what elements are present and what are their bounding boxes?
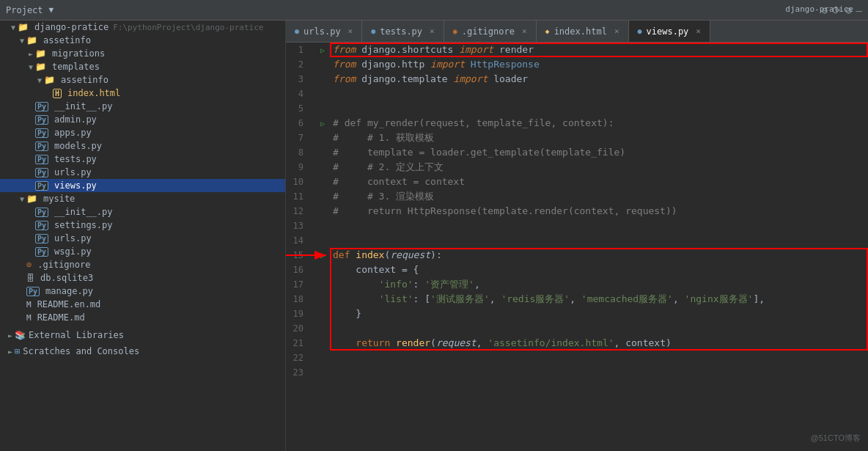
token: from [333, 57, 356, 72]
token: request [390, 248, 430, 263]
token: , context) [614, 336, 672, 351]
token: import [459, 43, 493, 57]
code-line-20 [333, 321, 868, 336]
external-libraries-item[interactable]: ► 📚 External Libraries [0, 327, 285, 343]
external-libraries-label: External Libraries [29, 330, 124, 340]
code-line-4 [333, 87, 868, 101]
tree-label-mysite-urls: urls.py [54, 233, 92, 243]
code-line-16: context = { [333, 263, 868, 277]
tab-bar: ●urls.py×●tests.py×◉.gitignore×◆index.ht… [286, 21, 868, 43]
sidebar-item-tests-py[interactable]: Pytests.py [0, 153, 285, 166]
sidebar-item-index-html[interactable]: Hindex.html [0, 87, 285, 100]
tree-label-db-sqlite3: db.sqlite3 [40, 273, 93, 283]
gutter-icon-19 [315, 307, 330, 321]
sidebar-item-migrations[interactable]: ►📁migrations [0, 47, 285, 60]
sidebar-item-django-pratice[interactable]: ▼📁django-praticeF:\pythonProject\django-… [0, 21, 285, 34]
sidebar-item-templates[interactable]: ▼📁templates [0, 60, 285, 73]
line-number-22: 22 [286, 351, 309, 365]
code-line-1: from django.shortcuts import render [333, 43, 868, 57]
line-number-20: 20 [286, 321, 309, 336]
token: render [493, 43, 534, 57]
tab-icon-tests-py: ● [371, 27, 375, 35]
gutter-icon-11 [315, 189, 330, 204]
tree-icon-mysite-settings: Py [35, 221, 48, 230]
tree-label-migrations: migrations [52, 48, 105, 59]
tree-icon-init-py: Py [35, 102, 48, 111]
tab-close-urls-py[interactable]: × [348, 26, 353, 36]
tab-icon-urls-py: ● [295, 27, 299, 35]
sidebar-item-mysite-settings[interactable]: Pysettings.py [0, 219, 285, 232]
token: return [356, 336, 390, 351]
code-line-10: # context = context [333, 175, 868, 189]
tab-close-gitignore[interactable]: × [522, 26, 527, 36]
tree-arrow-assetinfo: ▼ [18, 37, 26, 45]
sidebar-item-models-py[interactable]: Pymodels.py [0, 139, 285, 153]
tree-arrow-django-pratice: ▼ [9, 23, 18, 32]
tab-close-index-html[interactable]: × [614, 26, 619, 36]
sidebar-item-mysite[interactable]: ▼📁mysite [0, 192, 285, 205]
code-content: from django.shortcuts import renderfrom … [330, 43, 868, 451]
token: from [333, 72, 356, 87]
tree-arrow-migrations: ► [26, 50, 35, 58]
token: ( [384, 248, 390, 263]
tab-urls-py[interactable]: ●urls.py× [286, 21, 362, 42]
sidebar-item-views-py[interactable]: Pyviews.py [0, 179, 285, 192]
dropdown-icon[interactable]: ▼ [49, 5, 54, 15]
sidebar-item-urls-py[interactable]: Pyurls.py [0, 166, 285, 179]
code-editor[interactable]: 1234567891011121314151617181920212223 ▷▷… [286, 43, 868, 451]
line-number-9: 9 [286, 160, 309, 175]
tree-label-tests-py: tests.py [54, 154, 97, 164]
tab-tests-py[interactable]: ●tests.py× [362, 21, 444, 42]
gutter-icon-15: ▷ [315, 248, 330, 263]
token: : [413, 277, 425, 292]
token: django.shortcuts [356, 43, 459, 57]
project-label[interactable]: Project [6, 5, 43, 15]
tree-icon-gitignore: ⊙ [26, 260, 32, 270]
gutter-icon-7 [315, 131, 330, 145]
token: # # 1. 获取模板 [333, 131, 434, 145]
tab-icon-index-html: ◆ [545, 27, 550, 35]
gutter-icon-22 [315, 351, 330, 365]
line-number-7: 7 [286, 131, 309, 145]
sidebar-item-assetinfo-sub[interactable]: ▼📁assetinfo [0, 73, 285, 87]
minimize-icon[interactable]: — [856, 4, 862, 16]
tree-label-init-py: __init__.py [54, 101, 112, 111]
sidebar-item-readme-en[interactable]: MREADME.en.md [0, 298, 285, 311]
sidebar-item-manage-py[interactable]: Pymanage.py [0, 285, 285, 298]
code-line-14 [333, 233, 868, 248]
gutter-icon-23 [315, 365, 330, 380]
sidebar-item-apps-py[interactable]: Pyapps.py [0, 126, 285, 139]
app-window: Project ▼ ⚙ ⟳ ⚙ — django-pratice ▼📁djang… [0, 0, 868, 451]
library-icon: 📚 [15, 330, 26, 340]
line-number-19: 19 [286, 307, 309, 321]
code-line-17: 'info': '资产管理', [333, 277, 868, 292]
sidebar-item-readme[interactable]: MREADME.md [0, 311, 285, 324]
sidebar-item-db-sqlite3[interactable]: 🗄db.sqlite3 [0, 271, 285, 285]
tree-icon-mysite: 📁 [26, 194, 37, 204]
line-number-4: 4 [286, 87, 309, 101]
sidebar-item-assetinfo[interactable]: ▼📁assetinfo [0, 34, 285, 47]
line-number-13: 13 [286, 219, 309, 233]
sidebar-item-gitignore[interactable]: ⊙.gitignore [0, 258, 285, 271]
code-line-12: # return HttpResponse(template.render(co… [333, 204, 868, 219]
code-line-7: # # 1. 获取模板 [333, 131, 868, 145]
tree-label-apps-py: apps.py [54, 128, 92, 138]
sidebar-item-mysite-urls[interactable]: Pyurls.py [0, 232, 285, 245]
token: , [673, 292, 685, 307]
scratches-item[interactable]: ► ⊞ Scratches and Consoles [0, 343, 285, 359]
sidebar-item-wsgi-py[interactable]: Pywsgi.py [0, 245, 285, 258]
token: context = { [333, 263, 419, 277]
sidebar-item-mysite-init[interactable]: Py__init__.py [0, 205, 285, 219]
tree-label-wsgi-py: wsgi.py [54, 246, 92, 257]
tab-close-tests-py[interactable]: × [430, 26, 435, 36]
tab-views-py[interactable]: ●views.py× [629, 21, 710, 42]
sidebar-item-admin-py[interactable]: Pyadmin.py [0, 113, 285, 126]
code-line-22 [333, 351, 868, 365]
gutter-icon-21 [315, 336, 330, 351]
tab-close-views-py[interactable]: × [696, 26, 701, 36]
main-layout: ▼📁django-praticeF:\pythonProject\django-… [0, 21, 868, 451]
sidebar-item-init-py[interactable]: Py__init__.py [0, 100, 285, 113]
scratches-arrow: ► [6, 348, 15, 356]
tab-gitignore[interactable]: ◉.gitignore× [444, 21, 537, 42]
tab-index-html[interactable]: ◆index.html× [537, 21, 629, 42]
